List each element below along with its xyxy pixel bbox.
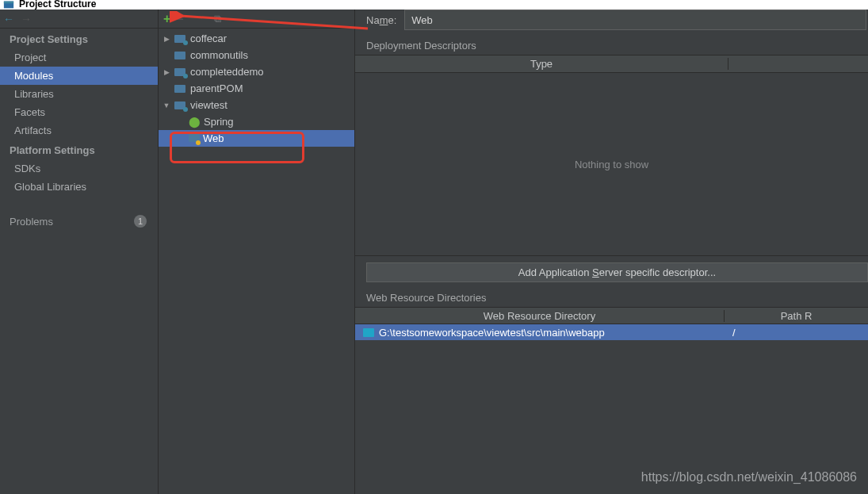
blank-column-header (728, 58, 868, 70)
detail-panel: Name: Deployment Descriptors Type Nothin… (355, 10, 868, 494)
web-resource-path-cell: G:\testsomeworkspace\viewtest\src\main\w… (379, 327, 605, 339)
web-resource-dirs-table: Web Resource Directory Path R G:\testsom… (355, 307, 868, 340)
collapse-icon[interactable]: ▼ (162, 101, 171, 109)
sidebar-toolbar: ← → (0, 10, 158, 29)
name-row: Name: (355, 10, 868, 38)
name-label: Name: (366, 14, 396, 26)
tree-item-web[interactable]: Web (159, 130, 354, 147)
problems-count-badge: 1 (134, 215, 147, 228)
forward-icon[interactable]: → (21, 13, 32, 25)
nothing-to-show-label: Nothing to show (575, 159, 648, 170)
sidebar-item-sdks[interactable]: SDKs (0, 159, 158, 178)
back-icon[interactable]: ← (3, 13, 14, 25)
tree-label: parentPOM (190, 82, 243, 94)
sidebar-item-artifacts[interactable]: Artifacts (0, 121, 158, 140)
tree-label: viewtest (190, 99, 228, 111)
platform-settings-header: Platform Settings (0, 140, 158, 159)
web-resource-dir-column-header[interactable]: Web Resource Directory (355, 310, 725, 322)
module-folder-icon (174, 33, 187, 44)
tree-item-viewtest[interactable]: ▼ viewtest (159, 97, 354, 113)
tree-label: Web (203, 132, 224, 144)
web-facet-icon (189, 134, 200, 144)
tree-item-parentpom[interactable]: ▶ parentPOM (159, 80, 354, 97)
tree-item-completeddemo[interactable]: ▶ completeddemo (159, 63, 354, 80)
module-tree-panel: + − ⧉ ▶ coffecar ▶ commonutils ▶ complet… (159, 10, 355, 494)
add-icon[interactable]: + (163, 13, 170, 25)
copy-icon[interactable]: ⧉ (214, 13, 221, 25)
watermark-text: https://blog.csdn.net/weixin_41086086 (641, 470, 857, 484)
expand-icon[interactable]: ▶ (162, 68, 171, 76)
svg-rect-1 (4, 2, 13, 4)
problems-label: Problems (10, 216, 53, 228)
path-column-header[interactable]: Path R (725, 310, 868, 322)
deployment-descriptors-table: Type Nothing to show (355, 55, 868, 256)
type-column-header[interactable]: Type (355, 58, 728, 70)
module-folder-icon (174, 50, 187, 61)
app-icon (3, 0, 14, 10)
web-resource-dirs-label: Web Resource Directories (355, 290, 868, 307)
window-title: Project Structure (19, 0, 96, 10)
tree-label: Spring (204, 116, 234, 128)
sidebar-item-facets[interactable]: Facets (0, 103, 158, 121)
module-folder-icon (174, 100, 187, 111)
empty-table-body: Nothing to show (355, 73, 868, 255)
module-folder-icon (174, 67, 187, 78)
remove-icon[interactable]: − (175, 12, 184, 26)
module-tree: ▶ coffecar ▶ commonutils ▶ completeddemo… (159, 29, 354, 147)
module-folder-icon (174, 83, 187, 94)
tree-toolbar: + − ⧉ (159, 10, 354, 29)
sidebar-item-global-libraries[interactable]: Global Libraries (0, 178, 158, 196)
tree-label: coffecar (190, 33, 227, 44)
sidebar-item-libraries[interactable]: Libraries (0, 85, 158, 103)
settings-sidebar: ← → Project Settings Project Modules Lib… (0, 10, 159, 494)
sidebar-item-modules[interactable]: Modules (0, 67, 158, 85)
deployment-descriptors-label: Deployment Descriptors (355, 38, 868, 55)
directory-icon (363, 328, 374, 337)
facet-name-input[interactable] (404, 10, 866, 30)
tree-item-commonutils[interactable]: ▶ commonutils (159, 47, 354, 63)
sidebar-item-project[interactable]: Project (0, 48, 158, 67)
tree-item-spring[interactable]: ⬤ Spring (159, 113, 354, 130)
table-row[interactable]: G:\testsomeworkspace\viewtest\src\main\w… (355, 324, 868, 340)
table-header: Type (355, 56, 868, 73)
path-relative-cell: / (725, 327, 868, 339)
spring-icon: ⬤ (189, 116, 201, 128)
tree-label: commonutils (190, 49, 248, 61)
expand-icon[interactable]: ▶ (162, 35, 171, 43)
tree-label: completeddemo (190, 66, 264, 78)
table-header: Web Resource Directory Path R (355, 307, 868, 324)
sidebar-item-problems[interactable]: Problems 1 (0, 210, 158, 231)
title-bar: Project Structure (0, 0, 868, 10)
add-app-server-descriptor-button[interactable]: Add Application Server specific descript… (366, 262, 868, 282)
tree-item-coffecar[interactable]: ▶ coffecar (159, 30, 354, 47)
project-settings-header: Project Settings (0, 29, 158, 48)
